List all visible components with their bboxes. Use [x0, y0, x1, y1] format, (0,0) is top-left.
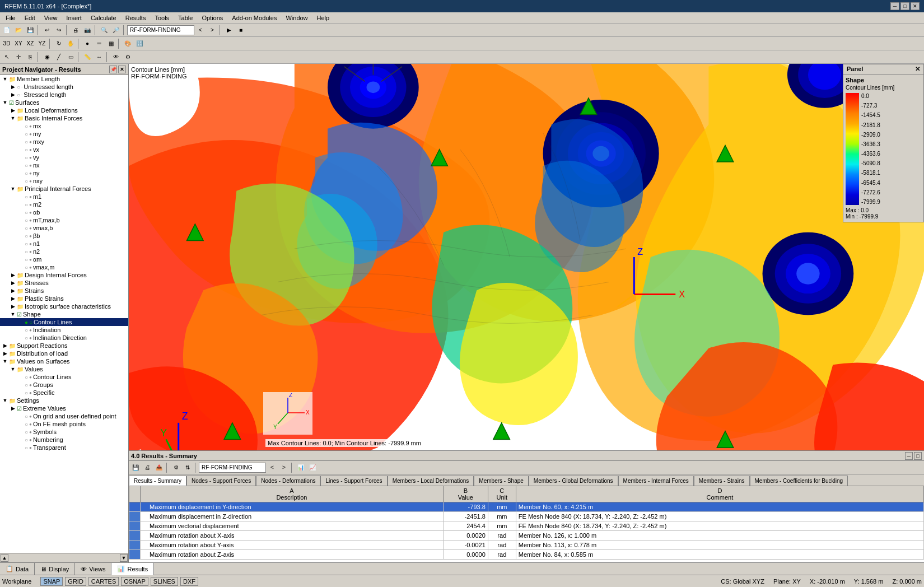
view-3d[interactable]: 3D	[1, 38, 12, 49]
expand-icon-29[interactable]: ▶	[9, 304, 17, 309]
close-button[interactable]: ✕	[911, 2, 920, 10]
filter-btn[interactable]: ⚙	[122, 52, 133, 63]
tree-item-46[interactable]: ○●Numbering	[0, 436, 128, 444]
slines-btn[interactable]: SLINES	[151, 577, 178, 586]
table-row-5[interactable]: Maximum rotation about Z-axis 0.0000 rad…	[129, 550, 924, 560]
results-maximize[interactable]: □	[914, 452, 922, 460]
res-graphic[interactable]: 📈	[307, 462, 318, 473]
grid-btn[interactable]: GRID	[65, 577, 86, 586]
tree-item-1[interactable]: ▶○·Unstressed length	[0, 83, 128, 91]
expand-icon-41[interactable]: ▼	[1, 398, 9, 403]
expand-icon-37[interactable]: ▼	[9, 366, 17, 372]
menu-tools[interactable]: Tools	[150, 13, 174, 22]
menu-addon[interactable]: Add-on Modules	[227, 13, 281, 22]
tree-item-5[interactable]: ▼📁Basic Internal Forces	[0, 114, 128, 122]
tree-item-6[interactable]: ○●mx	[0, 122, 128, 130]
tree-item-36[interactable]: ▼📁Values on Surfaces	[0, 357, 128, 365]
col-a-header[interactable]: ADescription	[141, 486, 444, 502]
tree-item-42[interactable]: ▶☑Extreme Values	[0, 404, 128, 412]
undo-button[interactable]: ↩	[41, 25, 53, 36]
tree-item-47[interactable]: ○●Transparent	[0, 444, 128, 451]
tree-item-30[interactable]: ▼☑Shape	[0, 310, 128, 318]
tab-display[interactable]: 🖥 Display	[35, 563, 75, 575]
result-values[interactable]: 🔢	[134, 38, 145, 49]
expand-icon-25[interactable]: ▶	[9, 272, 17, 278]
expand-icon-1[interactable]: ▶	[9, 84, 17, 90]
tree-item-23[interactable]: ○●αm	[0, 255, 128, 263]
tree-item-28[interactable]: ▶📁Plastic Strains	[0, 295, 128, 302]
res-save[interactable]: 💾	[130, 462, 141, 473]
move-btn[interactable]: ✛	[13, 52, 24, 63]
tree-item-2[interactable]: ▶○·Stressed length	[0, 91, 128, 99]
table-row-3[interactable]: Maximum rotation about X-axis 0.0020 rad…	[129, 531, 924, 541]
tree-item-43[interactable]: ○●On grid and user-defined point	[0, 412, 128, 420]
tree-item-35[interactable]: ▶📁Distribution of load	[0, 350, 128, 357]
table-row-0[interactable]: Maximum displacement in Y-direction -793…	[129, 502, 924, 512]
visibility-btn[interactable]: 👁	[110, 52, 122, 63]
view-xy[interactable]: XY	[13, 38, 24, 49]
tree-item-18[interactable]: ○●mT,max,b	[0, 216, 128, 224]
col-b-header[interactable]: BValue	[443, 486, 488, 502]
result-tab-0[interactable]: Results - Summary	[129, 476, 186, 486]
res-load-case[interactable]: RF-FORM-FINDING	[199, 463, 266, 473]
expand-icon-3[interactable]: ▼	[1, 100, 9, 105]
zoom-in[interactable]: 🔍	[99, 25, 110, 36]
tree-item-37[interactable]: ▼📁Values	[0, 365, 128, 373]
tree-item-45[interactable]: ○●Symbols	[0, 428, 128, 436]
display-surfaces[interactable]: ▦	[105, 38, 116, 49]
menu-window[interactable]: Window	[281, 13, 312, 22]
menu-options[interactable]: Options	[197, 13, 227, 22]
result-tab-1[interactable]: Nodes - Support Forces	[186, 476, 256, 486]
screenshot-button[interactable]: 📷	[82, 25, 93, 36]
res-table-settings[interactable]: 📊	[295, 462, 306, 473]
tab-results[interactable]: 📊 Results	[111, 563, 154, 575]
tree-item-26[interactable]: ▶📁Stresses	[0, 279, 128, 287]
legend-close-btn[interactable]: ✕	[915, 66, 920, 73]
dxf-btn[interactable]: DXF	[180, 577, 198, 586]
tree-item-41[interactable]: ▼📁Settings	[0, 397, 128, 404]
zoom-out[interactable]: 🔎	[110, 25, 122, 36]
expand-icon-0[interactable]: ▼	[1, 76, 9, 82]
restore-button[interactable]: □	[900, 2, 909, 10]
tree-item-21[interactable]: ○●n1	[0, 240, 128, 248]
tree-item-19[interactable]: ○●vmax,b	[0, 224, 128, 232]
expand-icon-34[interactable]: ▶	[1, 343, 9, 348]
nav-forward[interactable]: >	[207, 25, 218, 36]
menu-help[interactable]: Help	[312, 13, 334, 22]
tree-item-27[interactable]: ▶📁Strains	[0, 287, 128, 295]
expand-icon-30[interactable]: ▼	[9, 311, 17, 317]
pan-btn[interactable]: ✋	[65, 38, 76, 49]
view-xz[interactable]: XZ	[25, 38, 36, 49]
display-members[interactable]: ═	[94, 38, 105, 49]
table-row-4[interactable]: Maximum rotation about Y-axis -0.0021 ra…	[129, 541, 924, 550]
res-print[interactable]: 🖨	[142, 462, 153, 473]
result-tab-5[interactable]: Members - Shape	[474, 476, 528, 486]
measure-btn[interactable]: 📏	[82, 52, 93, 63]
expand-icon-42[interactable]: ▶	[9, 406, 17, 411]
tab-views[interactable]: 👁 Views	[75, 563, 111, 575]
result-tab-2[interactable]: Nodes - Deformations	[256, 476, 320, 486]
expand-icon-35[interactable]: ▶	[1, 351, 9, 356]
expand-icon-28[interactable]: ▶	[9, 296, 17, 301]
save-button[interactable]: 💾	[25, 25, 36, 36]
stop-button[interactable]: ■	[235, 25, 246, 36]
tree-item-25[interactable]: ▶📁Design Internal Forces	[0, 271, 128, 279]
snap-btn[interactable]: SNAP	[40, 577, 63, 586]
table-row-2[interactable]: Maximum vectorial displacement 2454.4 mm…	[129, 521, 924, 531]
col-d-header[interactable]: DComment	[516, 486, 923, 502]
col-c-header[interactable]: CUnit	[488, 486, 516, 502]
viewport[interactable]: Contour Lines [mm] RF-FORM-FINDING	[129, 64, 924, 450]
tree-item-3[interactable]: ▼☑Surfaces	[0, 99, 128, 106]
select-btn[interactable]: ↖	[1, 52, 12, 63]
result-tab-7[interactable]: Members - Internal Forces	[618, 476, 694, 486]
tree-item-8[interactable]: ○●mxy	[0, 138, 128, 146]
tree-item-31[interactable]: ●○Contour Lines	[0, 318, 128, 326]
tab-data[interactable]: 📋 Data	[0, 563, 35, 575]
table-row-1[interactable]: Maximum displacement in Z-direction -245…	[129, 512, 924, 521]
print-button[interactable]: 🖨	[70, 25, 81, 36]
tree-item-14[interactable]: ▼📁Principal Internal Forces	[0, 185, 128, 193]
nav-tree[interactable]: ▼📁Member Length▶○·Unstressed length▶○·St…	[0, 75, 128, 553]
new-button[interactable]: 📄	[1, 25, 12, 36]
res-nav-back[interactable]: <	[267, 462, 278, 473]
menu-view[interactable]: View	[40, 13, 62, 22]
